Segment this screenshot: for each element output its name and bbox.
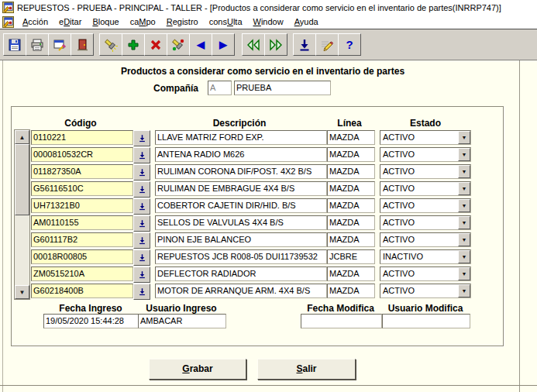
menu-registro[interactable]: Registro	[167, 17, 198, 26]
descripcion-field[interactable]: MOTOR DE ARRANQUE ARM. 4X4 B/S	[155, 284, 327, 298]
estado-dropdown[interactable]: ACTIVO▼	[380, 181, 471, 196]
chevron-down-icon[interactable]: ▼	[458, 233, 470, 246]
linea-field[interactable]: JCBRE	[327, 249, 375, 264]
linea-field[interactable]: MAZDA	[327, 198, 375, 213]
estado-selected-value: ACTIVO	[383, 267, 415, 280]
enter-query-button[interactable]	[99, 33, 122, 56]
insert-record-button[interactable]	[122, 33, 145, 56]
chevron-down-icon[interactable]: ▼	[458, 199, 470, 212]
next-record-button[interactable]: ▶	[212, 33, 235, 56]
descripcion-field[interactable]: SELLOS DE VALVULAS 4X4 B/S	[155, 215, 327, 230]
lov-button[interactable]	[133, 181, 150, 198]
save-button[interactable]	[3, 33, 26, 56]
edit-button[interactable]	[315, 33, 339, 56]
chevron-down-icon[interactable]: ▼	[458, 182, 470, 195]
estado-dropdown[interactable]: ACTIVO▼	[380, 130, 471, 145]
delete-record-button[interactable]	[144, 33, 167, 56]
execute-query-button[interactable]	[167, 33, 190, 56]
descripcion-field[interactable]: RULIMAN DE EMBRAGUE 4X4 B/S	[155, 181, 327, 196]
menu-accion[interactable]: Acción	[22, 17, 48, 26]
estado-dropdown[interactable]: ACTIVO▼	[380, 164, 471, 179]
lov-button[interactable]	[133, 130, 150, 146]
menu-consulta[interactable]: consUlta	[209, 17, 243, 26]
estado-dropdown[interactable]: ACTIVO▼	[380, 198, 471, 213]
exit-button[interactable]: Salir	[257, 359, 356, 380]
usuario-modifica-field[interactable]	[382, 314, 470, 328]
estado-dropdown[interactable]: ACTIVO▼	[380, 284, 471, 298]
company-name-field[interactable]: PRUEBA	[234, 81, 331, 95]
menu-campo[interactable]: caMpo	[130, 17, 156, 26]
codigo-field[interactable]: UH71321B0	[31, 198, 133, 213]
fecha-ingreso-field[interactable]: 19/05/2020 15:44:28	[43, 314, 139, 328]
exit-button[interactable]	[71, 33, 94, 56]
window-left-border	[2, 60, 3, 392]
lov-button[interactable]	[133, 266, 150, 283]
chevron-down-icon[interactable]: ▼	[458, 267, 470, 280]
descripcion-field[interactable]: REPUESTOS JCB R008-05 DUI11739532	[155, 249, 327, 264]
chevron-down-icon[interactable]: ▼	[458, 165, 470, 178]
menu-window[interactable]: Window	[253, 17, 284, 26]
descripcion-field[interactable]: LLAVE MATRIZ FORD EXP.	[155, 130, 327, 145]
linea-field[interactable]: MAZDA	[327, 232, 375, 247]
chevron-down-icon[interactable]: ▼	[458, 131, 470, 144]
codigo-field[interactable]: 0000810532CR	[31, 147, 133, 162]
menu-ayuda[interactable]: Ayuda	[294, 17, 318, 26]
estado-dropdown[interactable]: ACTIVO▼	[380, 266, 471, 281]
help-button[interactable]: ?	[338, 33, 361, 56]
linea-field[interactable]: MAZDA	[327, 181, 375, 196]
print-button[interactable]	[26, 33, 49, 56]
lov-button[interactable]	[133, 164, 150, 181]
codigo-field[interactable]: G60218400B	[31, 284, 133, 298]
print-setup-button[interactable]	[48, 33, 71, 56]
previous-record-button[interactable]: ◀	[189, 33, 212, 56]
lov-button[interactable]	[133, 284, 150, 300]
estado-dropdown[interactable]: ACTIVO▼	[380, 215, 471, 230]
usuario-ingreso-label: Usuario Ingreso	[138, 303, 225, 314]
menu-editar[interactable]: eDitar	[59, 17, 81, 26]
company-code-field[interactable]: A	[208, 81, 232, 95]
estado-dropdown[interactable]: ACTIVO▼	[380, 232, 471, 247]
linea-field[interactable]: MAZDA	[327, 215, 375, 230]
next-block-button[interactable]	[264, 33, 287, 56]
previous-block-button[interactable]	[242, 33, 265, 56]
linea-field[interactable]: MAZDA	[327, 164, 375, 179]
descripcion-field[interactable]: ANTENA RADIO M626	[155, 147, 327, 162]
lov-button[interactable]	[133, 232, 150, 249]
codigo-field[interactable]: 011827350A	[31, 164, 133, 179]
codigo-field[interactable]: G601117B2	[31, 232, 133, 247]
chevron-down-icon[interactable]: ▼	[458, 148, 470, 161]
save-button[interactable]: Grabar	[149, 359, 246, 380]
estado-dropdown[interactable]: ACTIVO▼	[380, 147, 471, 162]
linea-field[interactable]: MAZDA	[327, 284, 375, 298]
codigo-field[interactable]: 00018R00805	[31, 249, 133, 264]
descripcion-field[interactable]: RULIMAN CORONA DIF/POST. 4X2 B/S	[155, 164, 327, 179]
usuario-ingreso-field[interactable]: AMBACAR	[138, 314, 226, 328]
lov-button[interactable]	[133, 215, 150, 232]
lov-arrow-icon	[138, 253, 146, 262]
codigo-field[interactable]: ZM0515210A	[31, 266, 133, 281]
descripcion-field[interactable]: COBERTOR CAJETIN DIR/HID. B/S	[155, 198, 327, 213]
descripcion-field[interactable]: DEFLECTOR RADIADOR	[155, 266, 327, 281]
linea-field[interactable]: MAZDA	[327, 266, 375, 281]
lov-button[interactable]	[133, 198, 150, 215]
estado-dropdown[interactable]: INACTIVO▼	[380, 249, 471, 264]
menu-bar: AccióneDitarBloquecaMpoRegistroconsUltaW…	[0, 15, 537, 29]
codigo-field[interactable]: G56116510C	[31, 181, 133, 196]
descripcion-field[interactable]: PINON EJE BALANCEO	[155, 232, 327, 247]
print-setup-icon	[53, 38, 67, 52]
chevron-down-icon[interactable]: ▼	[458, 216, 470, 229]
list-of-values-button[interactable]	[293, 33, 316, 56]
lov-arrow-icon	[138, 168, 146, 177]
table-row: 0110221LLAVE MATRIZ FORD EXP.MAZDAACTIVO…	[11, 130, 502, 147]
codigo-field[interactable]: AM0110155	[31, 215, 133, 230]
linea-field[interactable]: MAZDA	[327, 130, 375, 145]
lov-button[interactable]	[133, 147, 150, 163]
linea-field[interactable]: MAZDA	[327, 147, 375, 162]
codigo-field[interactable]: 0110221	[31, 130, 133, 145]
menu-bloque[interactable]: Bloque	[92, 17, 119, 26]
chevron-down-icon[interactable]: ▼	[458, 250, 470, 263]
fecha-modifica-field[interactable]	[301, 314, 382, 328]
insert-record-icon	[126, 38, 140, 52]
lov-button[interactable]	[133, 249, 150, 266]
chevron-down-icon[interactable]: ▼	[458, 284, 470, 297]
